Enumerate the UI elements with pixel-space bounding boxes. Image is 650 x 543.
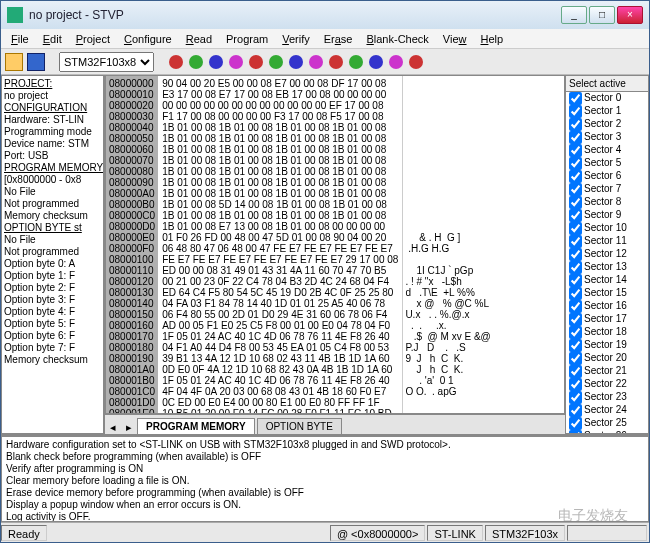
hex-view[interactable]: 08000000 08000010 08000020 08000030 0800… (105, 75, 565, 414)
hex-column: 90 04 00 20 E5 00 00 08 E7 00 00 08 DF 1… (158, 76, 402, 413)
bug-icon[interactable] (349, 55, 363, 69)
menu-blankcheck[interactable]: Blank-Check (360, 31, 434, 47)
sector-checkbox[interactable]: Sector 25 (566, 417, 648, 430)
app-icon (7, 7, 23, 23)
sector-checkbox[interactable]: Sector 7 (566, 183, 648, 196)
status-address: @ <0x8000000> (330, 525, 426, 541)
tab-program-memory[interactable]: PROGRAM MEMORY (137, 418, 255, 434)
maximize-button[interactable]: □ (589, 6, 615, 24)
statusbar: Ready @ <0x8000000> ST-LINK STM32F103x (1, 522, 649, 542)
sector-checkbox[interactable]: Sector 16 (566, 300, 648, 313)
sector-checkbox[interactable]: Sector 6 (566, 170, 648, 183)
bug-icon[interactable] (269, 55, 283, 69)
bug-icon[interactable] (189, 55, 203, 69)
titlebar: no project - STVP _ □ × (1, 1, 649, 29)
app-window: no project - STVP _ □ × File Edit Projec… (0, 0, 650, 543)
bug-icon[interactable] (209, 55, 223, 69)
window-title: no project - STVP (29, 8, 561, 22)
sector-checkbox[interactable]: Sector 12 (566, 248, 648, 261)
sector-checkbox[interactable]: Sector 26 (566, 430, 648, 434)
bug-icon[interactable] (389, 55, 403, 69)
menu-help[interactable]: Help (475, 31, 510, 47)
ascii-column: & . H G ] .H.G H.G 1I C1J ` pGp . ! # "x… (402, 76, 492, 413)
status-link: ST-LINK (427, 525, 483, 541)
status-spare (567, 525, 647, 541)
sector-checkbox[interactable]: Sector 9 (566, 209, 648, 222)
bug-icon[interactable] (329, 55, 343, 69)
toolbar: STM32F103x8 (1, 49, 649, 75)
tabs: ◂ ▸ PROGRAM MEMORY OPTION BYTE (105, 414, 565, 434)
tab-option-byte[interactable]: OPTION BYTE (257, 418, 342, 434)
address-column: 08000000 08000010 08000020 08000030 0800… (106, 76, 158, 413)
menu-file[interactable]: File (5, 31, 35, 47)
menu-project[interactable]: Project (70, 31, 116, 47)
menu-erase[interactable]: Erase (318, 31, 359, 47)
sector-checkbox[interactable]: Sector 3 (566, 131, 648, 144)
device-select[interactable]: STM32F103x8 (59, 52, 154, 72)
sector-checkbox[interactable]: Sector 19 (566, 339, 648, 352)
sector-panel: Select active Sector 0Sector 1Sector 2Se… (565, 75, 649, 434)
bug-icon[interactable] (289, 55, 303, 69)
sector-checkbox[interactable]: Sector 10 (566, 222, 648, 235)
sector-checkbox[interactable]: Sector 17 (566, 313, 648, 326)
menu-program[interactable]: Program (220, 31, 274, 47)
tab-left-arrow[interactable]: ◂ (105, 421, 121, 434)
sector-checkbox[interactable]: Sector 5 (566, 157, 648, 170)
bug-icon[interactable] (169, 55, 183, 69)
info-panel: PROJECT: no project CONFIGURATION Hardwa… (1, 75, 105, 434)
sector-checkbox[interactable]: Sector 2 (566, 118, 648, 131)
bug-icon[interactable] (369, 55, 383, 69)
sector-checkbox[interactable]: Sector 18 (566, 326, 648, 339)
menu-read[interactable]: Read (180, 31, 218, 47)
sector-checkbox[interactable]: Sector 11 (566, 235, 648, 248)
menu-view[interactable]: View (437, 31, 473, 47)
menu-edit[interactable]: Edit (37, 31, 68, 47)
sector-checkbox[interactable]: Sector 8 (566, 196, 648, 209)
save-icon[interactable] (27, 53, 45, 71)
sector-checkbox[interactable]: Sector 1 (566, 105, 648, 118)
bug-icon[interactable] (249, 55, 263, 69)
sector-checkbox[interactable]: Sector 4 (566, 144, 648, 157)
status-device: STM32F103x (485, 525, 565, 541)
sector-checkbox[interactable]: Sector 13 (566, 261, 648, 274)
bug-icon[interactable] (229, 55, 243, 69)
sector-checkbox[interactable]: Sector 14 (566, 274, 648, 287)
sector-header: Select active (566, 76, 648, 92)
menu-verify[interactable]: Verify (276, 31, 316, 47)
bug-icon[interactable] (309, 55, 323, 69)
status-ready: Ready (1, 525, 47, 541)
sector-checkbox[interactable]: Sector 22 (566, 378, 648, 391)
sector-checkbox[interactable]: Sector 24 (566, 404, 648, 417)
open-icon[interactable] (5, 53, 23, 71)
minimize-button[interactable]: _ (561, 6, 587, 24)
close-button[interactable]: × (617, 6, 643, 24)
sector-checkbox[interactable]: Sector 20 (566, 352, 648, 365)
output-log[interactable]: Hardware configuration set to <ST-LINK o… (1, 436, 649, 522)
sector-checkbox[interactable]: Sector 23 (566, 391, 648, 404)
bug-icon[interactable] (409, 55, 423, 69)
menu-configure[interactable]: Configure (118, 31, 178, 47)
sector-checkbox[interactable]: Sector 21 (566, 365, 648, 378)
sector-checkbox[interactable]: Sector 0 (566, 92, 648, 105)
menubar: File Edit Project Configure Read Program… (1, 29, 649, 49)
tab-right-arrow[interactable]: ▸ (121, 421, 137, 434)
sector-checkbox[interactable]: Sector 15 (566, 287, 648, 300)
